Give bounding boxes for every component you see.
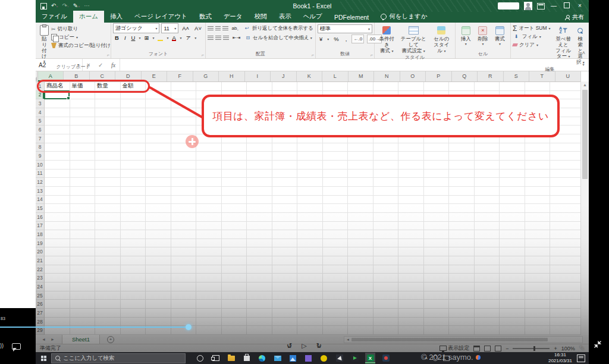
cell-B11[interactable] bbox=[70, 170, 96, 178]
column-header-O[interactable]: O bbox=[400, 71, 426, 81]
cell-C16[interactable] bbox=[95, 213, 121, 222]
cell-O23[interactable] bbox=[398, 274, 424, 283]
cell-F4[interactable] bbox=[171, 108, 197, 117]
cell-A24[interactable] bbox=[45, 283, 70, 291]
cell-S21[interactable] bbox=[500, 256, 525, 265]
cell-B10[interactable] bbox=[70, 161, 96, 170]
cell-N1[interactable] bbox=[373, 82, 399, 91]
cell-A23[interactable] bbox=[45, 274, 70, 283]
cell-O13[interactable] bbox=[398, 187, 424, 196]
cell-A18[interactable] bbox=[45, 230, 70, 239]
cell-R15[interactable] bbox=[475, 204, 500, 213]
cell-K1[interactable] bbox=[297, 82, 323, 91]
cell-G12[interactable] bbox=[196, 178, 222, 187]
ribbon-tab-3[interactable]: ページ レイアウト bbox=[128, 11, 193, 23]
cell-Q25[interactable] bbox=[449, 291, 475, 300]
cell-H29[interactable] bbox=[222, 326, 247, 335]
cell-C12[interactable] bbox=[95, 178, 121, 187]
cell-A19[interactable] bbox=[45, 239, 70, 248]
row-header-18[interactable]: 18 bbox=[36, 230, 45, 239]
cell-A14[interactable] bbox=[45, 196, 70, 205]
row-header-16[interactable]: 16 bbox=[36, 213, 45, 222]
cell-G22[interactable] bbox=[196, 265, 222, 274]
row-header-19[interactable]: 19 bbox=[36, 239, 45, 248]
cell-D5[interactable] bbox=[121, 117, 146, 126]
cell-E28[interactable] bbox=[146, 318, 171, 327]
cell-Q10[interactable] bbox=[449, 161, 475, 170]
cell-K17[interactable] bbox=[297, 222, 323, 231]
cell-K10[interactable] bbox=[297, 161, 323, 170]
cell-O29[interactable] bbox=[398, 326, 424, 335]
align-middle-icon[interactable] bbox=[215, 26, 221, 31]
cell-P28[interactable] bbox=[424, 318, 450, 327]
cell-F22[interactable] bbox=[171, 265, 197, 274]
copy-button[interactable]: コピー ▾ bbox=[51, 33, 111, 41]
cell-K16[interactable] bbox=[297, 213, 323, 222]
cell-K14[interactable] bbox=[297, 196, 323, 205]
comma-style-icon[interactable]: , bbox=[344, 36, 349, 42]
cell-O9[interactable] bbox=[398, 152, 424, 161]
cell-F26[interactable] bbox=[171, 300, 197, 309]
cell-F19[interactable] bbox=[171, 239, 197, 248]
cell-P29[interactable] bbox=[424, 326, 450, 335]
cell-C24[interactable] bbox=[95, 283, 121, 291]
sheet-nav-right-icon[interactable]: ► bbox=[51, 337, 55, 341]
cell-N14[interactable] bbox=[373, 196, 399, 205]
cell-A10[interactable] bbox=[45, 161, 70, 170]
row-header-7[interactable]: 7 bbox=[36, 134, 45, 143]
borders-icon[interactable]: ⊞ bbox=[142, 34, 150, 41]
avatar[interactable] bbox=[524, 2, 532, 10]
cell-D8[interactable] bbox=[121, 143, 146, 152]
row-header-6[interactable]: 6 bbox=[36, 125, 45, 134]
currency-icon[interactable]: ¥ bbox=[318, 36, 324, 42]
cell-M15[interactable] bbox=[348, 204, 373, 213]
cell-F12[interactable] bbox=[171, 178, 197, 187]
cell-L21[interactable] bbox=[323, 256, 349, 265]
zoom-out-icon[interactable]: − bbox=[506, 346, 508, 352]
cell-S9[interactable] bbox=[500, 152, 525, 161]
italic-button[interactable]: I bbox=[123, 34, 128, 41]
cell-I15[interactable] bbox=[247, 204, 272, 213]
column-header-J[interactable]: J bbox=[271, 71, 297, 81]
column-header-M[interactable]: M bbox=[349, 71, 375, 81]
cell-B24[interactable] bbox=[70, 283, 96, 291]
cell-E4[interactable] bbox=[146, 108, 171, 117]
cortana-button[interactable] bbox=[195, 353, 205, 363]
cell-L8[interactable] bbox=[323, 143, 349, 152]
conditional-formatting-button[interactable]: 条件付き 書式 ▾ bbox=[376, 24, 397, 54]
excel-taskbar-button[interactable]: X bbox=[365, 353, 375, 363]
cell-F3[interactable] bbox=[171, 99, 197, 108]
cell-C19[interactable] bbox=[95, 239, 121, 248]
cell-M9[interactable] bbox=[348, 152, 373, 161]
cell-M12[interactable] bbox=[348, 178, 373, 187]
cell-O19[interactable] bbox=[398, 239, 424, 248]
cell-P14[interactable] bbox=[424, 196, 450, 205]
cell-I19[interactable] bbox=[247, 239, 272, 248]
hidden-icons-chevron[interactable]: ˄ bbox=[425, 356, 428, 361]
cell-H11[interactable] bbox=[222, 170, 247, 178]
cell-Q9[interactable] bbox=[449, 152, 475, 161]
cell-A9[interactable] bbox=[45, 152, 70, 161]
ribbon-tab-7[interactable]: 表示 bbox=[273, 11, 297, 23]
cell-I29[interactable] bbox=[247, 326, 272, 335]
cell-J23[interactable] bbox=[272, 274, 298, 283]
cell-G11[interactable] bbox=[196, 170, 222, 178]
cell-D20[interactable] bbox=[121, 247, 146, 256]
zoom-in-icon[interactable]: + bbox=[554, 346, 557, 352]
cell-F16[interactable] bbox=[171, 213, 197, 222]
cell-R14[interactable] bbox=[475, 196, 500, 205]
cell-M13[interactable] bbox=[348, 187, 373, 196]
cell-A20[interactable] bbox=[45, 247, 70, 256]
cell-P25[interactable] bbox=[424, 291, 450, 300]
ribbon-tab-9[interactable]: PDFelement bbox=[328, 12, 375, 23]
sheet-tab-sheet1[interactable]: Sheet1 bbox=[62, 335, 100, 344]
cell-J22[interactable] bbox=[272, 265, 298, 274]
column-header-R[interactable]: R bbox=[478, 71, 504, 81]
cell-K19[interactable] bbox=[297, 239, 323, 248]
cell-S14[interactable] bbox=[500, 196, 525, 205]
cell-G8[interactable] bbox=[196, 143, 222, 152]
insert-cells-button[interactable]: 挿入▾ bbox=[459, 24, 473, 46]
scroll-up-icon[interactable]: ▲ bbox=[581, 81, 589, 89]
cell-N18[interactable] bbox=[373, 230, 399, 239]
cell-C8[interactable] bbox=[95, 143, 121, 152]
